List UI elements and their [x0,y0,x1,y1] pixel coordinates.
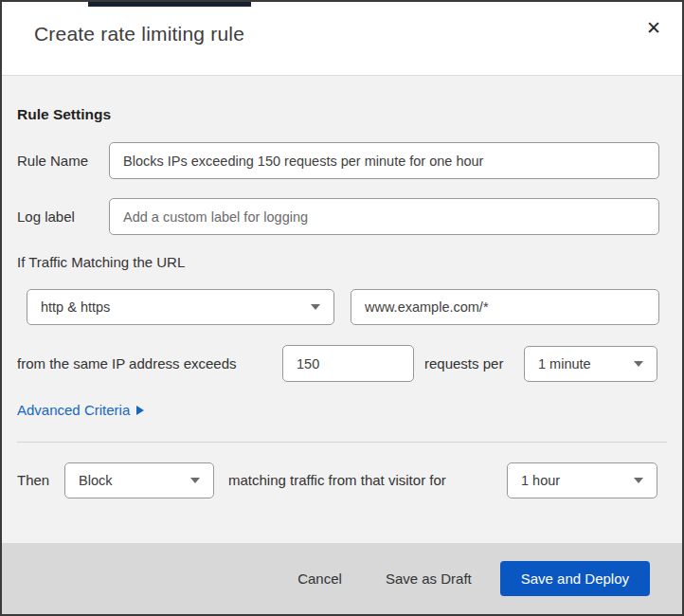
close-icon[interactable]: ✕ [639,13,669,43]
advanced-criteria-link[interactable]: Advanced Criteria [17,402,144,418]
url-pattern-input[interactable] [351,289,659,325]
action-select-value: Block [79,473,112,488]
threshold-prefix-text: from the same IP address exceeds [17,354,237,373]
create-rate-limiting-rule-dialog: Create rate limiting rule ✕ Rule Setting… [0,0,684,616]
background-page-strip [88,2,251,7]
traffic-match-heading: If Traffic Matching the URL [17,253,185,272]
cancel-button[interactable]: Cancel [297,571,342,587]
duration-select[interactable]: 1 hour [507,462,657,498]
save-as-draft-button[interactable]: Save as Draft [386,571,472,587]
action-select[interactable]: Block [64,462,214,498]
rule-settings-heading: Rule Settings [17,106,111,123]
duration-select-value: 1 hour [521,473,560,488]
period-select-value: 1 minute [538,356,591,371]
save-and-deploy-button[interactable]: Save and Deploy [500,561,650,596]
scheme-select-value: http & https [41,299,110,315]
period-select[interactable]: 1 minute [524,346,657,382]
advanced-criteria-label: Advanced Criteria [17,402,130,418]
section-divider [17,442,667,443]
action-prefix-text: Then [17,471,49,490]
expand-arrow-icon [136,406,144,415]
chevron-down-icon [634,478,643,483]
log-label-input[interactable] [109,198,659,235]
scheme-select[interactable]: http & https [27,289,334,325]
chevron-down-icon [190,478,200,483]
request-count-input[interactable] [282,345,414,382]
chevron-down-icon [634,361,643,367]
action-middle-text: matching traffic from that visitor for [228,471,446,490]
dialog-title: Create rate limiting rule [34,23,244,45]
threshold-middle-text: requests per [424,354,503,373]
rule-name-label: Rule Name [17,152,88,171]
dialog-header: Create rate limiting rule ✕ [2,2,682,76]
chevron-down-icon [311,304,320,310]
rule-name-input[interactable] [109,142,659,179]
dialog-footer: Cancel Save as Draft Save and Deploy [2,543,682,614]
log-label-label: Log label [17,208,75,226]
